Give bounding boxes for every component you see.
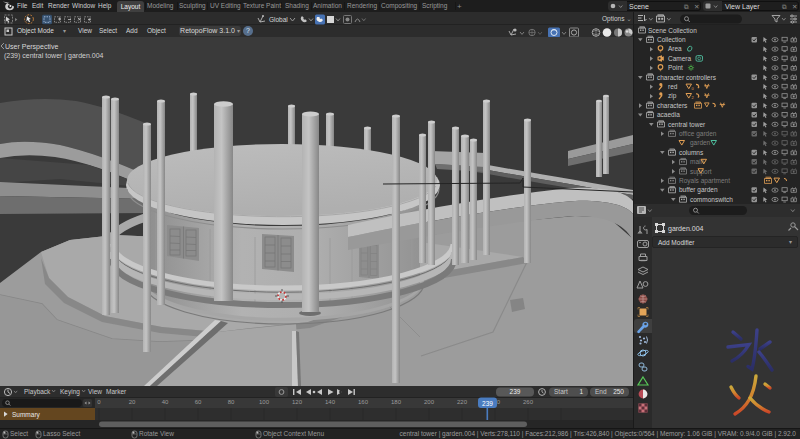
svg-text:central tower | garden.004 | V: central tower | garden.004 | Verts:278,1… bbox=[400, 430, 797, 438]
svg-text:Object Context Menu: Object Context Menu bbox=[263, 430, 324, 438]
svg-text:Select: Select bbox=[10, 430, 28, 437]
svg-text:Rotate View: Rotate View bbox=[139, 430, 174, 437]
svg-text:Lasso Select: Lasso Select bbox=[43, 430, 80, 437]
